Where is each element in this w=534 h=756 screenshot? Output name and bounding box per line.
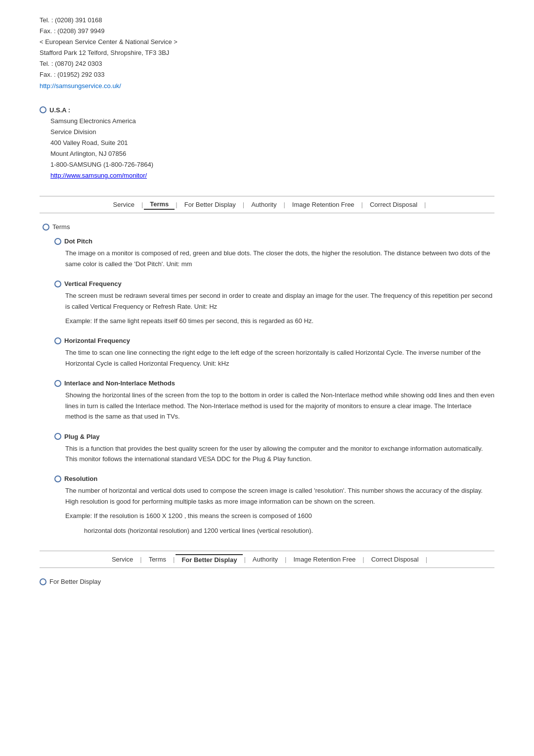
for-better-display-label: For Better Display <box>49 578 101 585</box>
bottom-nav-sep-5: | <box>361 556 365 563</box>
term-horizontal-frequency: Horizontal Frequency The time to scan on… <box>54 337 494 369</box>
contact-section: Tel. : (0208) 391 0168 Fax. : (0208) 397… <box>40 15 494 92</box>
bottom-nav-bar: Service | Terms | For Better Display | A… <box>40 551 494 568</box>
bottom-nav-sep-2: | <box>172 556 176 563</box>
term-dot-pitch: Dot Pitch The image on a monitor is comp… <box>54 237 494 269</box>
vertical-frequency-title: Vertical Frequency <box>54 280 494 287</box>
usa-section: U.S.A : Samsung Electronics America Serv… <box>40 106 494 182</box>
resolution-title: Resolution <box>54 475 494 482</box>
horizontal-frequency-bullet <box>54 337 61 344</box>
usa-bullet <box>40 106 46 113</box>
top-nav-correct-disposal[interactable]: Correct Disposal <box>364 200 423 209</box>
uk-tel2: Tel. : (0870) 242 0303 <box>40 58 494 69</box>
top-nav-sep-6: | <box>423 201 427 208</box>
for-better-display-section: For Better Display <box>40 578 494 585</box>
resolution-example-line1: Example: If the resolution is 1600 X 120… <box>65 511 494 521</box>
interlace-body: Showing the horizontal lines of the scre… <box>65 390 494 422</box>
term-interlace: Interlace and Non-Interlace Methods Show… <box>54 379 494 422</box>
uk-fax: Fax. : (0208) 397 9949 <box>40 26 494 37</box>
plug-play-bullet <box>54 433 61 440</box>
bottom-nav-terms[interactable]: Terms <box>143 555 172 564</box>
top-nav-terms[interactable]: Terms <box>144 199 175 210</box>
top-nav-sep-3: | <box>242 201 245 208</box>
horizontal-frequency-label: Horizontal Frequency <box>64 337 130 344</box>
dot-pitch-label: Dot Pitch <box>64 237 92 245</box>
vertical-frequency-example: Example: If the same light repeats itsel… <box>65 316 494 326</box>
interlace-title: Interlace and Non-Interlace Methods <box>54 379 494 387</box>
resolution-example-line2: horizontal dots (horizontal resolution) … <box>84 525 494 536</box>
resolution-bullet <box>54 475 61 482</box>
bottom-nav-sep-3: | <box>243 556 246 563</box>
plug-play-label: Plug & Play <box>64 433 100 440</box>
vertical-frequency-bullet <box>54 281 61 287</box>
interlace-label: Interlace and Non-Interlace Methods <box>64 379 175 387</box>
bottom-nav-sep-6: | <box>425 556 428 563</box>
horizontal-frequency-body: The time to scan one line connecting the… <box>65 347 494 369</box>
usa-url[interactable]: http://www.samsung.com/monitor/ <box>50 170 494 181</box>
for-better-display-bullet <box>40 578 46 585</box>
resolution-label: Resolution <box>64 475 97 482</box>
term-vertical-frequency: Vertical Frequency The screen must be re… <box>54 280 494 326</box>
usa-company: Samsung Electronics America <box>50 116 494 127</box>
plug-play-title: Plug & Play <box>54 433 494 440</box>
top-nav-sep-2: | <box>175 201 178 208</box>
dot-pitch-body: The image on a monitor is composed of re… <box>65 248 494 269</box>
top-nav-sep-1: | <box>140 201 144 208</box>
term-plug-and-play: Plug & Play This is a function that prov… <box>54 433 494 465</box>
uk-url[interactable]: http://samsungservice.co.uk/ <box>40 81 494 92</box>
resolution-body: The number of horizontal and vertical do… <box>65 485 494 507</box>
terms-bullet <box>43 224 49 231</box>
usa-phone: 1-800-SAMSUNG (1-800-726-7864) <box>50 159 494 170</box>
bottom-nav-for-better-display[interactable]: For Better Display <box>176 554 243 565</box>
top-nav-service[interactable]: Service <box>107 200 140 209</box>
top-nav-sep-5: | <box>360 201 364 208</box>
top-nav-image-retention[interactable]: Image Retention Free <box>286 200 360 209</box>
usa-address: 400 Valley Road, Suite 201 <box>50 138 494 148</box>
top-nav-sep-4: | <box>282 201 286 208</box>
top-nav-bar: Service | Terms | For Better Display | A… <box>40 196 494 213</box>
bottom-nav-image-retention[interactable]: Image Retention Free <box>288 555 362 564</box>
usa-division: Service Division <box>50 127 494 138</box>
dot-pitch-bullet <box>54 238 61 245</box>
bottom-nav-authority[interactable]: Authority <box>247 555 284 564</box>
uk-address: Stafford Park 12 Telford, Shropshire, TF… <box>40 47 494 58</box>
bottom-nav-sep-4: | <box>284 556 287 563</box>
terms-section-header: Terms <box>43 223 494 231</box>
top-nav-authority[interactable]: Authority <box>245 200 282 209</box>
usa-details: Samsung Electronics America Service Divi… <box>50 116 494 182</box>
usa-city: Mount Arlington, NJ 07856 <box>50 148 494 159</box>
horizontal-frequency-title: Horizontal Frequency <box>54 337 494 344</box>
dot-pitch-title: Dot Pitch <box>54 237 494 245</box>
uk-tel: Tel. : (0208) 391 0168 <box>40 15 494 26</box>
bottom-nav-sep-1: | <box>139 556 142 563</box>
usa-label: U.S.A : <box>49 106 70 114</box>
vertical-frequency-label: Vertical Frequency <box>64 280 122 287</box>
top-nav-for-better-display[interactable]: For Better Display <box>178 200 242 209</box>
term-resolution: Resolution The number of horizontal and … <box>54 475 494 536</box>
terms-section-label: Terms <box>52 223 70 231</box>
vertical-frequency-body: The screen must be redrawn several times… <box>65 290 494 312</box>
uk-fax2: Fax. : (01952) 292 033 <box>40 69 494 80</box>
page-wrapper: Tel. : (0208) 391 0168 Fax. : (0208) 397… <box>0 0 534 600</box>
usa-title: U.S.A : <box>40 106 494 114</box>
bottom-nav-correct-disposal[interactable]: Correct Disposal <box>365 555 425 564</box>
bottom-nav-service[interactable]: Service <box>106 555 139 564</box>
uk-service-label: < European Service Center & National Ser… <box>40 37 494 47</box>
plug-play-body: This is a function that provides the bes… <box>65 443 494 465</box>
interlace-bullet <box>54 380 61 387</box>
